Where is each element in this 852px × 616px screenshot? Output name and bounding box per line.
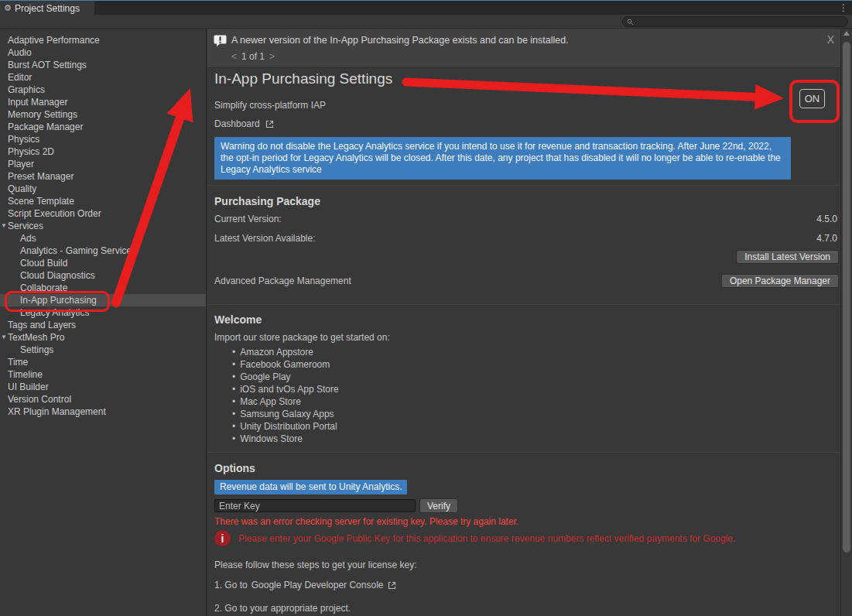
sidebar-item-analytics-gaming-services[interactable]: Analytics - Gaming Services — [0, 245, 206, 257]
install-latest-version-button[interactable]: Install Latest Version — [736, 250, 839, 264]
sidebar-item-services[interactable]: ▼Services — [0, 220, 206, 232]
banner-pager: < 1 of 1 > — [231, 51, 275, 62]
store-list-item: •Windows Store — [232, 433, 339, 445]
sidebar-item-label: Editor — [8, 72, 32, 83]
sidebar-item-ads[interactable]: Ads — [0, 232, 206, 245]
store-name: Facebook Gameroom — [240, 359, 330, 370]
store-list-item: •Mac App Store — [232, 395, 339, 408]
sidebar-item-label: Preset Manager — [8, 171, 74, 182]
chevron-down-icon[interactable]: ▼ — [1, 220, 7, 232]
dashboard-link[interactable]: Dashboard — [214, 118, 275, 129]
sidebar-item-label: Memory Settings — [8, 109, 77, 120]
store-list-item: •iOS and tvOs App Store — [232, 383, 339, 395]
open-package-manager-button[interactable]: Open Package Manager — [721, 274, 839, 288]
info-icon: i — [214, 530, 231, 546]
gear-icon: ⚙ — [4, 4, 12, 12]
sidebar-item-label: UI Builder — [8, 382, 49, 392]
search-input[interactable] — [622, 16, 848, 27]
bullet-icon: • — [232, 359, 235, 370]
sidebar-item-label: Audio — [8, 47, 32, 58]
sidebar-item-preset-manager[interactable]: Preset Manager — [0, 170, 206, 183]
pager-next-icon[interactable]: > — [269, 51, 275, 62]
sidebar-item-textmesh-pro[interactable]: ▼TextMesh Pro — [0, 331, 206, 344]
sidebar-item-label: Services — [8, 221, 43, 231]
sidebar-item-ui-builder[interactable]: UI Builder — [0, 381, 206, 393]
sidebar-item-time[interactable]: Time — [0, 356, 206, 368]
license-key-input[interactable] — [214, 499, 416, 512]
store-name: Samsung Galaxy Apps — [240, 409, 334, 419]
external-link-icon — [265, 119, 275, 129]
sidebar-item-legacy-analytics[interactable]: Legacy Analytics — [0, 306, 206, 319]
sidebar-item-burst-aot-settings[interactable]: Burst AOT Settings — [0, 59, 206, 71]
store-list-item: •Samsung Galaxy Apps — [232, 408, 339, 420]
sidebar-item-label: Settings — [20, 344, 53, 355]
sidebar-item-tags-and-layers[interactable]: Tags and Layers — [0, 319, 206, 331]
sidebar-item-graphics[interactable]: Graphics — [0, 84, 206, 96]
section-divider — [207, 185, 840, 186]
tab-title: Project Settings — [15, 3, 80, 14]
sidebar-item-physics-2d[interactable]: Physics 2D — [0, 145, 206, 158]
sidebar-item-label: Package Manager — [8, 121, 83, 132]
sidebar-item-input-manager[interactable]: Input Manager — [0, 96, 206, 108]
sidebar-item-label: Graphics — [8, 84, 45, 95]
kebab-menu-icon[interactable]: ⋮ — [838, 2, 849, 15]
section-divider — [207, 304, 840, 305]
bullet-icon: • — [232, 371, 235, 382]
sidebar-item-script-execution-order[interactable]: Script Execution Order — [0, 207, 206, 220]
sidebar-item-scene-template[interactable]: Scene Template — [0, 195, 206, 207]
pager-prev-icon[interactable]: < — [231, 51, 237, 62]
sidebar-item-player[interactable]: Player — [0, 158, 206, 170]
sidebar-item-label: Time — [8, 357, 28, 368]
sidebar-item-physics[interactable]: Physics — [0, 133, 206, 145]
close-icon[interactable]: X — [827, 33, 834, 46]
latest-version-value: 4.7.0 — [816, 233, 837, 244]
page-title: In-App Purchasing Settings — [214, 70, 392, 87]
sidebar-item-version-control[interactable]: Version Control — [0, 393, 206, 406]
store-name: Amazon Appstore — [240, 347, 313, 358]
store-list-item: •Google Play — [232, 371, 339, 383]
store-list-item: •Amazon Appstore — [232, 346, 339, 358]
sidebar-item-label: Scene Template — [8, 196, 74, 207]
scroll-up-icon[interactable] — [843, 31, 850, 36]
toolbar — [0, 15, 852, 29]
sidebar-item-xr-plugin-management[interactable]: XR Plugin Management — [0, 406, 206, 418]
google-play-console-link[interactable]: Google Play Developer Console — [251, 580, 384, 590]
sidebar-item-label: Input Manager — [8, 97, 67, 108]
sidebar-item-audio[interactable]: Audio — [0, 46, 206, 59]
sidebar-item-label: Adaptive Performance — [8, 35, 100, 46]
sidebar-item-label: Ads — [20, 233, 36, 244]
tab-project-settings[interactable]: ⚙ Project Settings — [0, 1, 94, 15]
sidebar-item-collaborate[interactable]: Collaborate — [0, 282, 206, 294]
bullet-icon: • — [232, 347, 235, 358]
section-divider — [207, 452, 840, 453]
bullet-icon: • — [232, 433, 235, 444]
sidebar-item-quality[interactable]: Quality — [0, 183, 206, 195]
bullet-icon: • — [232, 421, 235, 432]
sidebar-item-settings[interactable]: Settings — [0, 344, 206, 356]
step-1-prefix: 1. Go to — [214, 580, 248, 590]
sidebar-item-editor[interactable]: Editor — [0, 71, 206, 84]
iap-on-toggle[interactable]: ON — [799, 89, 825, 108]
sidebar-item-timeline[interactable]: Timeline — [0, 368, 206, 381]
sidebar-item-label: Quality — [8, 183, 36, 194]
verify-button[interactable]: Verify — [419, 498, 458, 513]
pager-label: 1 of 1 — [241, 51, 265, 62]
store-name: Mac App Store — [240, 396, 301, 407]
chevron-down-icon[interactable]: ▼ — [1, 331, 7, 344]
sidebar-item-package-manager[interactable]: Package Manager — [0, 121, 206, 133]
bullet-icon: • — [232, 409, 235, 419]
settings-sidebar: Adaptive PerformanceAudioBurst AOT Setti… — [0, 29, 207, 616]
sidebar-item-memory-settings[interactable]: Memory Settings — [0, 108, 206, 121]
scrollbar-thumb[interactable] — [843, 42, 850, 553]
vertical-scrollbar[interactable] — [840, 29, 852, 616]
sidebar-item-label: Script Execution Order — [8, 208, 101, 219]
main-panel: A newer version of the In-App Purchasing… — [207, 29, 840, 616]
section-title-options: Options — [214, 462, 255, 474]
google-key-warning-text: Please enter your Google Public Key for … — [238, 533, 735, 544]
external-link-icon[interactable] — [387, 580, 397, 590]
page-subtitle: Simplify cross-platform IAP — [214, 100, 326, 111]
sidebar-item-cloud-diagnostics[interactable]: Cloud Diagnostics — [0, 269, 206, 282]
sidebar-item-in-app-purchasing[interactable]: In-App Purchasing — [0, 294, 206, 306]
sidebar-item-cloud-build[interactable]: Cloud Build — [0, 257, 206, 269]
sidebar-item-adaptive-performance[interactable]: Adaptive Performance — [0, 34, 206, 46]
